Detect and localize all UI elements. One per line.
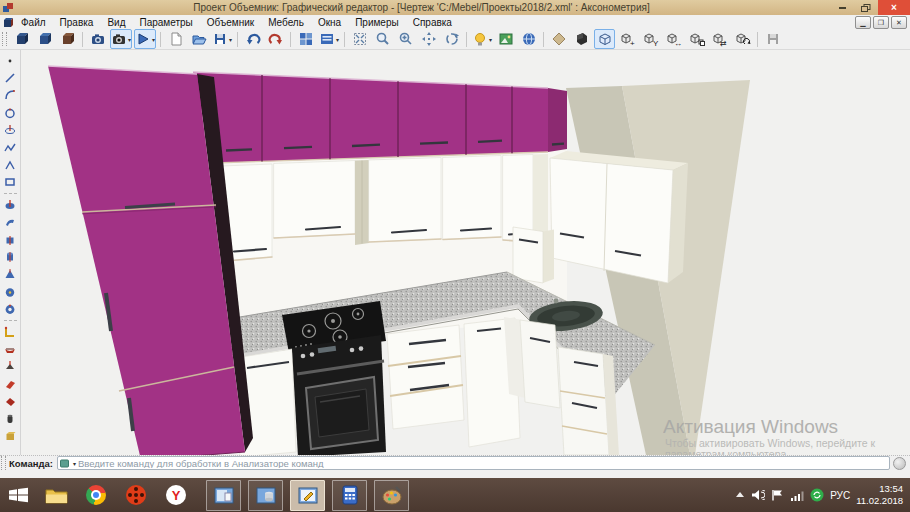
menu-help[interactable]: Справка	[406, 17, 459, 28]
zoom-extents-button[interactable]	[349, 29, 370, 49]
language-indicator[interactable]: РУС	[830, 490, 850, 501]
pan-button[interactable]	[418, 29, 439, 49]
view-axonometry-button[interactable]	[548, 29, 569, 49]
action-center-flag-icon[interactable]	[771, 489, 784, 501]
restore-button[interactable]	[854, 0, 878, 15]
window-list-button[interactable]: ▾	[318, 29, 340, 49]
sync-app-icon[interactable]	[810, 488, 824, 502]
tool-revolve[interactable]	[1, 196, 19, 213]
tool-line[interactable]	[1, 69, 19, 86]
mdi-restore-button[interactable]: ❐	[873, 16, 889, 29]
taskbar-file-explorer[interactable]	[36, 478, 76, 512]
network-icon[interactable]	[790, 490, 804, 501]
taskbar-yandex-browser[interactable]: Y	[156, 478, 196, 512]
tool-ellipse[interactable]	[1, 122, 19, 139]
taskbar-obemnik-editor[interactable]	[290, 480, 325, 511]
open-document-button[interactable]	[188, 29, 209, 49]
minimize-button[interactable]	[830, 0, 854, 15]
oven-black[interactable]	[292, 335, 386, 455]
material-globe-button[interactable]	[518, 29, 539, 49]
view-3d-box-button[interactable]	[594, 29, 615, 49]
render-lamp-button[interactable]: ▾	[471, 29, 493, 49]
tool-sweep[interactable]	[1, 214, 19, 231]
view-shaded-button[interactable]	[571, 29, 592, 49]
save-scene-button[interactable]	[762, 29, 783, 49]
menu-examples[interactable]: Примеры	[348, 17, 406, 28]
tool-chamfer[interactable]	[1, 392, 19, 409]
command-bar-grip[interactable]	[1, 456, 6, 470]
taskbar-media-player[interactable]	[116, 478, 156, 512]
command-history-icon[interactable]	[60, 459, 72, 468]
toolbar-grip[interactable]	[2, 32, 7, 46]
tool-sphere[interactable]	[1, 283, 19, 300]
tool-block[interactable]	[1, 427, 19, 444]
document-icon[interactable]	[3, 17, 14, 28]
taskbar-chrome[interactable]	[76, 478, 116, 512]
tool-corner[interactable]	[1, 323, 19, 340]
tool-polyline[interactable]	[1, 139, 19, 156]
drawer-unit[interactable]	[387, 325, 464, 429]
menu-edit[interactable]: Правка	[53, 17, 101, 28]
zoom-window-button[interactable]	[372, 29, 393, 49]
scene-cube-blue-button[interactable]	[34, 29, 55, 49]
hidden-icons-chevron[interactable]	[735, 491, 745, 499]
tool-wedge[interactable]	[1, 375, 19, 392]
command-run-button[interactable]	[893, 457, 906, 470]
undo-button[interactable]	[242, 29, 263, 49]
menu-view[interactable]: Вид	[100, 17, 132, 28]
volume-icon[interactable]	[751, 489, 765, 501]
render-camera-button[interactable]	[87, 29, 108, 49]
box-move-button[interactable]: ↔	[663, 29, 684, 49]
new-document-button[interactable]	[165, 29, 186, 49]
scene-cube-dark-button[interactable]	[11, 29, 32, 49]
tool-angle[interactable]	[1, 156, 19, 173]
tool-hull[interactable]	[1, 340, 19, 357]
tool-box[interactable]	[1, 231, 19, 248]
tool-rectangle[interactable]	[1, 174, 19, 191]
menu-obemnik[interactable]: Объемник	[200, 17, 261, 28]
taskbar-project-manager[interactable]	[206, 480, 241, 511]
zoom-realtime-button[interactable]	[395, 29, 416, 49]
calculator-icon	[340, 485, 360, 505]
clock[interactable]: 13:54 11.02.2018	[856, 483, 903, 507]
close-button[interactable]: ×	[878, 0, 910, 15]
drawer-unit-right[interactable]	[558, 347, 609, 455]
menu-furniture[interactable]: Мебель	[261, 17, 311, 28]
box-exchange-button[interactable]: ⇄	[709, 29, 730, 49]
box-copy-button[interactable]	[686, 29, 707, 49]
tool-point[interactable]	[1, 52, 19, 69]
3d-viewport[interactable]: Активация Windows Чтобы активировать Win…	[21, 50, 910, 455]
tool-cylinder[interactable]	[1, 248, 19, 265]
orbit-button[interactable]	[441, 29, 462, 49]
taskbar-database-app[interactable]	[248, 480, 283, 511]
command-input[interactable]	[76, 458, 889, 468]
box-edit-button[interactable]: Y	[640, 29, 661, 49]
insert-image-button[interactable]	[495, 29, 516, 49]
menu-windows[interactable]: Окна	[311, 17, 348, 28]
tool-circle[interactable]	[1, 104, 19, 121]
scene-cube-brown-button[interactable]	[57, 29, 78, 49]
mdi-close-button[interactable]: ✕	[891, 16, 907, 29]
start-button[interactable]	[0, 478, 36, 512]
box-rotate-button[interactable]	[732, 29, 753, 49]
camera-view-button[interactable]: ▾	[110, 29, 132, 49]
tool-torus[interactable]	[1, 300, 19, 317]
redo-button[interactable]	[265, 29, 286, 49]
command-label: Команда:	[9, 458, 53, 469]
obemnik-editor-icon	[298, 486, 318, 505]
taskbar-paint[interactable]	[374, 480, 409, 511]
tool-pipe[interactable]	[1, 410, 19, 427]
menu-file[interactable]: Файл	[14, 17, 53, 28]
menu-parameters[interactable]: Параметры	[132, 17, 199, 28]
upper-cabinets-magenta[interactable]	[193, 72, 567, 163]
mdi-minimize-button[interactable]: ▁	[855, 16, 871, 29]
box-add-button[interactable]: +	[617, 29, 638, 49]
taskbar-calculator[interactable]	[332, 480, 367, 511]
tile-windows-button[interactable]	[295, 29, 316, 49]
tool-arc[interactable]	[1, 87, 19, 104]
orbit-cone-button[interactable]: ▾	[134, 29, 156, 49]
tool-shell[interactable]	[1, 358, 19, 375]
tool-cone[interactable]	[1, 266, 19, 283]
taskbar: Y РУС 13:54 11.02.2018	[0, 478, 910, 512]
save-document-button[interactable]: ▾	[211, 29, 233, 49]
